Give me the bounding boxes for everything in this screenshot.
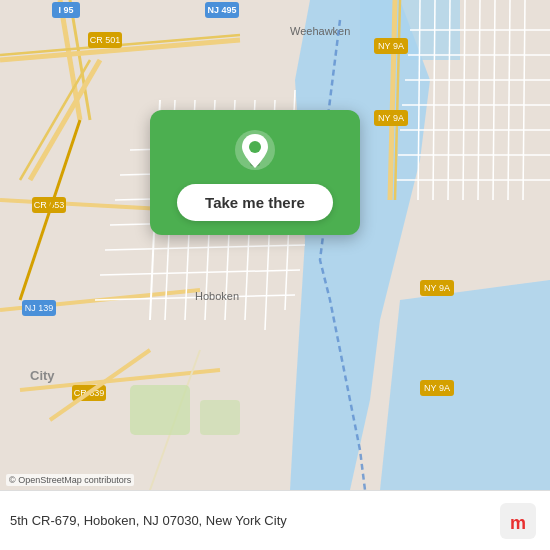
svg-text:Hoboken: Hoboken (195, 290, 239, 302)
svg-marker-3 (380, 280, 550, 490)
svg-rect-72 (200, 400, 240, 435)
map-container: I 95 NJ 495 CR 501 CR 653 NJ 139 CR 639 … (0, 0, 550, 490)
svg-text:City: City (30, 368, 55, 383)
address-text: 5th CR-679, Hoboken, NJ 07030, New York … (10, 513, 500, 528)
svg-text:I 95: I 95 (58, 5, 73, 15)
svg-text:NY 9A: NY 9A (378, 113, 404, 123)
osm-credit: © OpenStreetMap contributors (6, 474, 134, 486)
take-me-there-button[interactable]: Take me there (177, 184, 333, 221)
svg-text:NY 9A: NY 9A (378, 41, 404, 51)
moovit-logo-icon: m (500, 503, 536, 539)
svg-text:NJ 139: NJ 139 (25, 303, 54, 313)
location-pin-icon (233, 128, 277, 172)
svg-text:m: m (510, 513, 526, 533)
map-background: I 95 NJ 495 CR 501 CR 653 NJ 139 CR 639 … (0, 0, 550, 490)
svg-text:NY 9A: NY 9A (424, 283, 450, 293)
moovit-logo: m (500, 503, 536, 539)
bottom-bar: 5th CR-679, Hoboken, NJ 07030, New York … (0, 490, 550, 550)
svg-text:CR 501: CR 501 (90, 35, 121, 45)
svg-text:Weehawken: Weehawken (290, 25, 350, 37)
location-card: Take me there (150, 110, 360, 235)
svg-rect-71 (130, 385, 190, 435)
svg-text:NY 9A: NY 9A (424, 383, 450, 393)
svg-point-75 (249, 141, 261, 153)
svg-text:NJ 495: NJ 495 (207, 5, 236, 15)
